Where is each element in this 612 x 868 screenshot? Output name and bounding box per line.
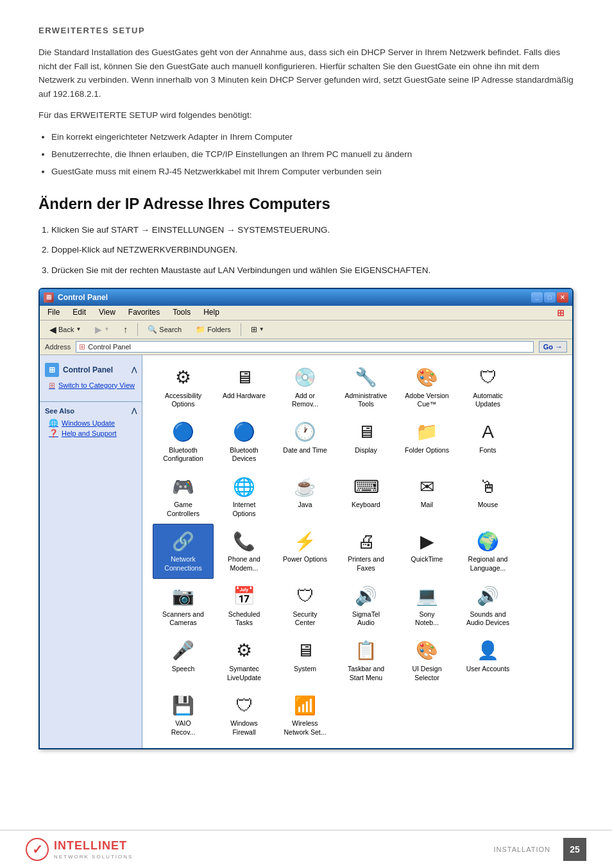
- cp-icon-label-16: Mail: [421, 501, 433, 510]
- menu-edit[interactable]: Edit: [70, 307, 89, 319]
- cp-icon-31[interactable]: ⚙Symantec LiveUpdate: [214, 633, 275, 688]
- cp-icon-img-14: ☕: [294, 475, 317, 498]
- windows-update-link[interactable]: 🌐 Windows Update: [49, 419, 137, 428]
- views-dropdown-icon[interactable]: ▼: [259, 326, 264, 332]
- folders-button[interactable]: 📁 Folders: [191, 323, 235, 336]
- views-button[interactable]: ⊞ ▼: [246, 323, 269, 336]
- sidebar-collapse-icon[interactable]: ⋀: [132, 366, 137, 373]
- cp-icon-img-12: 🎮: [172, 475, 195, 498]
- menu-favorites[interactable]: Favorites: [126, 307, 162, 319]
- forward-button[interactable]: ▶ ▼: [90, 322, 114, 337]
- cp-icon-img-25: 📅: [233, 585, 256, 608]
- cp-icon-21[interactable]: 🖨Printers and Faxes: [336, 524, 396, 578]
- window-controls[interactable]: _ □ ✕: [531, 292, 568, 303]
- cp-icon-27[interactable]: 🔊SigmaTel Audio: [336, 579, 396, 633]
- cp-icon-30[interactable]: 🎤Speech: [153, 633, 214, 688]
- cp-icon-24[interactable]: 📷Scanners and Cameras: [153, 579, 214, 633]
- maximize-button[interactable]: □: [544, 292, 556, 303]
- cp-icon-img-3: 🔧: [355, 366, 378, 389]
- cp-icon-26[interactable]: 🛡Security Center: [275, 579, 336, 633]
- cp-icon-13[interactable]: 🌐Internet Options: [214, 469, 275, 524]
- cp-icon-7[interactable]: 🔵Bluetooth Devices: [214, 415, 275, 469]
- cp-icon-20[interactable]: ⚡Power Options: [275, 524, 336, 578]
- go-button[interactable]: Go →: [539, 341, 567, 353]
- cp-icon-18[interactable]: 🔗Network Connections: [153, 524, 214, 578]
- cp-icon-12[interactable]: 🎮Game Controllers: [153, 469, 214, 524]
- cp-icon-img-13: 🌐: [233, 475, 256, 498]
- cp-icon-label-18: Network Connections: [164, 555, 201, 572]
- close-button[interactable]: ✕: [557, 292, 568, 303]
- cp-icon-label-28: Sony Noteb...: [415, 610, 439, 628]
- cp-icon-10[interactable]: 📁Folder Options: [396, 415, 457, 469]
- menu-view[interactable]: View: [96, 307, 118, 319]
- forward-arrow-icon: ▶: [95, 324, 102, 335]
- cp-icon-label-34: UI Design Selector: [412, 665, 441, 682]
- cp-icon-23[interactable]: 🌍Regional and Language...: [457, 524, 518, 578]
- cp-icon-5[interactable]: 🛡Automatic Updates: [457, 360, 518, 415]
- switch-icon: ⊞: [49, 381, 55, 390]
- cp-icon-14[interactable]: ☕Java: [275, 469, 336, 524]
- cp-icon-1[interactable]: 🖥Add Hardware: [214, 360, 275, 415]
- cp-icon-35[interactable]: 👤User Accounts: [457, 633, 518, 688]
- cp-icon-33[interactable]: 📋Taskbar and Start Menu: [336, 633, 396, 688]
- back-button[interactable]: ◀ Back ▼: [45, 322, 85, 337]
- minimize-button[interactable]: _: [531, 292, 543, 303]
- cp-icon-29[interactable]: 🔊Sounds and Audio Devices: [457, 579, 518, 633]
- icons-area: ⚙Accessibility Options🖥Add Hardware💿Add …: [142, 355, 572, 748]
- menu-tools[interactable]: Tools: [170, 307, 193, 319]
- cp-icon-img-28: 💻: [416, 585, 439, 608]
- cp-icon-label-14: Java: [298, 501, 312, 510]
- switch-category-link[interactable]: ⊞ Switch to Category View: [49, 381, 137, 390]
- cp-icon-label-19: Phone and Modem...: [228, 555, 260, 572]
- cp-icon-8[interactable]: 🕐Date and Time: [275, 415, 336, 469]
- views-icon: ⊞: [251, 325, 257, 334]
- cp-icon-32[interactable]: 🖥System: [275, 633, 336, 688]
- search-button[interactable]: 🔍 Search: [143, 323, 186, 336]
- cp-icon-11[interactable]: AFonts: [457, 415, 518, 469]
- cp-icon-img-6: 🔵: [172, 421, 195, 444]
- menu-help[interactable]: Help: [201, 307, 222, 319]
- cp-icon-36[interactable]: 💾VAIO Recov...: [153, 688, 214, 742]
- section-heading: Ändern der IP Adresse Ihres Computers: [38, 195, 574, 213]
- page-number: 25: [563, 838, 586, 861]
- cp-icon-9[interactable]: 🖥Display: [336, 415, 396, 469]
- cp-icon-38[interactable]: 📶Wireless Network Set...: [275, 688, 336, 742]
- see-also-collapse-icon[interactable]: ⋀: [132, 407, 137, 414]
- toolbar-separator-1: [137, 323, 138, 336]
- cp-icon-img-20: ⚡: [294, 530, 317, 553]
- cp-icon-15[interactable]: ⌨Keyboard: [336, 469, 396, 524]
- cp-icon-16[interactable]: ✉Mail: [396, 469, 457, 524]
- cp-icon-2[interactable]: 💿Add or Remov...: [275, 360, 336, 415]
- bullet-3: GuestGate muss mit einem RJ-45 Netzwerkk…: [51, 165, 574, 179]
- cp-icon-4[interactable]: 🎨Adobe Version Cue™: [396, 360, 457, 415]
- address-field[interactable]: ⊞ Control Panel: [76, 341, 533, 353]
- cp-icon-25[interactable]: 📅Scheduled Tasks: [214, 579, 275, 633]
- up-button[interactable]: ↑: [119, 322, 132, 337]
- steps-list: Klicken Sie auf START → EINSTELLUNGEN → …: [38, 223, 574, 278]
- cp-icon-img-17: 🖱: [477, 475, 500, 498]
- back-dropdown-icon[interactable]: ▼: [76, 326, 81, 332]
- cp-icon-0[interactable]: ⚙Accessibility Options: [153, 360, 214, 415]
- cp-icon-6[interactable]: 🔵Bluetooth Configuration: [153, 415, 214, 469]
- cp-icon-34[interactable]: 🎨UI Design Selector: [396, 633, 457, 688]
- menu-file[interactable]: File: [45, 307, 62, 319]
- cp-icon-label-22: QuickTime: [411, 555, 443, 564]
- cp-icon-19[interactable]: 📞Phone and Modem...: [214, 524, 275, 578]
- cp-icon-img-24: 📷: [172, 585, 195, 608]
- list-intro: Für das ERWEITERTE SETUP wird folgendes …: [38, 108, 574, 122]
- window-title: ⊞ Control Panel: [44, 292, 108, 303]
- cp-icon-label-12: Game Controllers: [167, 501, 200, 518]
- cp-icon-img-23: 🌍: [477, 530, 500, 553]
- forward-dropdown-icon[interactable]: ▼: [104, 326, 109, 332]
- cp-icon-37[interactable]: 🛡Windows Firewall: [214, 688, 275, 742]
- sidebar-cp-icon: ⊞: [45, 363, 59, 377]
- cp-icon-3[interactable]: 🔧Administrative Tools: [336, 360, 396, 415]
- address-cp-icon: ⊞: [79, 342, 85, 351]
- cp-icon-22[interactable]: ▶QuickTime: [396, 524, 457, 578]
- cp-icon-img-30: 🎤: [172, 639, 195, 662]
- footer-right: INSTALLATION 25: [493, 838, 586, 861]
- cp-icon-28[interactable]: 💻Sony Noteb...: [396, 579, 457, 633]
- requirements-list: Ein korrekt eingerichteter Netzwerk Adap…: [51, 130, 574, 179]
- help-support-link[interactable]: ❓ Help and Support: [49, 429, 137, 438]
- cp-icon-17[interactable]: 🖱Mouse: [457, 469, 518, 524]
